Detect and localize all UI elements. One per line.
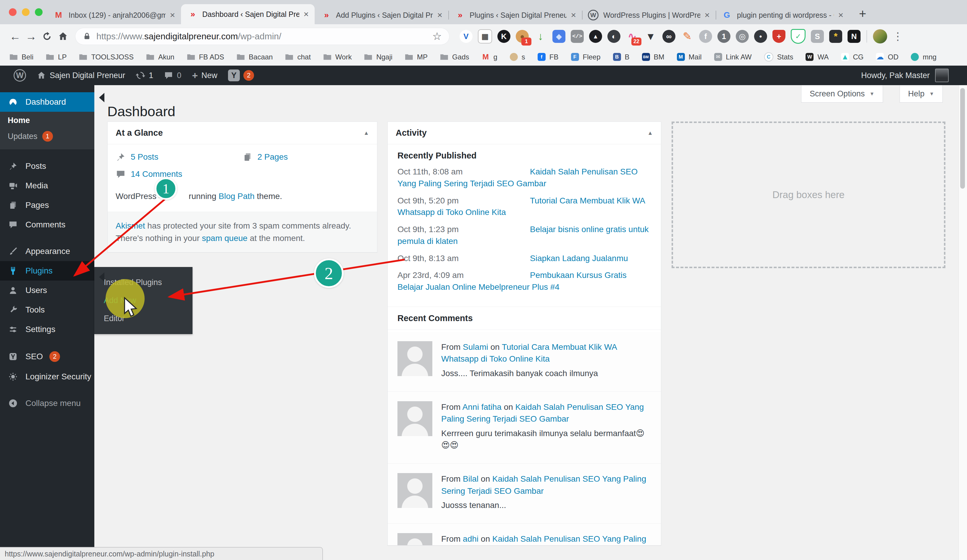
bookmark-gmail[interactable]: Mg [482,53,497,61]
post-title-link[interactable]: Siapkan Ladang Jualanmu [530,254,628,263]
close-tab-icon[interactable]: × [170,10,175,20]
bookmark-folder-toolsjoss[interactable]: TOOLSJOSS [79,53,134,61]
sidebar-item-posts[interactable]: Posts [0,156,94,176]
collapse-widget-icon[interactable]: ▲ [363,130,369,136]
incognito-extension-icon[interactable]: ∞ [662,30,675,43]
yoast-seo-menu[interactable]: Y 2 [223,66,259,85]
sidebar-item-updates[interactable]: Updates 1 [0,128,94,145]
help-button[interactable]: Help ▼ [899,86,943,102]
pages-count-link[interactable]: 2 Pages [257,152,288,162]
close-tab-icon[interactable]: × [705,10,710,20]
sidebar-item-loginizer-security[interactable]: Loginizer Security [0,367,94,387]
code-extension-icon[interactable]: </> [571,30,584,43]
theme-link[interactable]: Blog Path [219,192,254,201]
sidebar-item-seo[interactable]: SEO 2 [0,346,94,367]
forward-button[interactable]: → [23,28,39,44]
funnel-extension-icon[interactable]: ▼ [644,30,657,43]
new-tab-button[interactable]: + [854,5,871,23]
tab-wordpress-plugins[interactable]: W WordPress Plugins | WordPres × [582,6,716,24]
comments-count-link[interactable]: 14 Comments [131,170,182,179]
bookmark-s[interactable]: s [510,53,525,61]
updates-menu[interactable]: 1 [130,66,158,85]
bookmark-folder-lp[interactable]: LP [46,53,66,61]
sidebar-item-settings[interactable]: Settings [0,320,94,339]
sidebar-item-tools[interactable]: Tools [0,300,94,320]
chat-extension-icon[interactable]: ● [754,30,767,43]
bookmark-folder-akun[interactable]: Akun [146,53,175,61]
scrollbar-thumb[interactable] [960,88,965,189]
bookmark-cg[interactable]: ▲CG [841,53,863,61]
browser-profile-avatar[interactable] [873,29,887,43]
maximize-window-button[interactable] [35,8,43,16]
admin-bar-account[interactable]: Howdy, Pak Master [861,69,959,82]
comment-author-link[interactable]: Bilal [463,474,479,483]
sidebar-item-users[interactable]: Users [0,281,94,300]
comment-author-link[interactable]: adhi [463,534,479,544]
bookmark-stats[interactable]: CStats [764,52,794,61]
close-tab-icon[interactable]: × [304,9,309,19]
address-bar[interactable]: https://www.sajendigitalpreneur.com/wp-a… [75,28,449,45]
price-tag-extension-icon[interactable]: ◆ [553,30,565,43]
cookie-extension-icon[interactable]: ●1 [516,30,529,43]
browser-menu-icon[interactable]: ⋮ [893,30,903,43]
sidebar-item-home[interactable]: Home [0,113,94,128]
new-content-menu[interactable]: + New [186,66,223,85]
bookmark-folder-gads[interactable]: Gads [440,53,469,61]
bookmark-folder-ngaji[interactable]: Ngaji [364,53,393,61]
sidebar-item-pages[interactable]: Pages [0,196,94,215]
disc-extension-icon[interactable]: ◐ [607,30,620,43]
tab-plugins[interactable]: » Plugins ‹ Sajen Digital Preneur × [448,6,582,24]
bookmark-fb[interactable]: fFB [538,53,559,61]
bookmark-mng[interactable]: mng [911,53,937,61]
k-extension-icon[interactable]: K [497,30,510,43]
bookmark-link-aw[interactable]: ✉Link AW [714,53,752,61]
vertical-scrollbar[interactable] [959,85,967,560]
drag-boxes-target-area[interactable]: Drag boxes here [672,122,946,268]
bookmark-folder-chat[interactable]: chat [285,53,310,61]
wp-logo-menu[interactable]: W [8,66,31,85]
bookmark-star-icon[interactable]: ☆ [432,30,442,43]
notion-extension-icon[interactable]: N [848,30,861,43]
collapse-widget-icon[interactable]: ▲ [647,130,653,136]
close-window-button[interactable] [9,8,17,16]
tab-google-search[interactable]: G plugin penting di wordpress - G × [716,6,849,24]
bookmark-od[interactable]: ☁OD [876,53,898,61]
tab-add-plugins[interactable]: » Add Plugins ‹ Sajen Digital Pre × [315,6,448,24]
screen-options-button[interactable]: Screen Options ▼ [801,86,883,102]
blue-gem-extension-icon[interactable]: V [460,30,472,43]
red-shield-extension-icon[interactable]: + [772,30,785,43]
sidebar-item-comments[interactable]: Comments [0,215,94,234]
bookmark-folder-work[interactable]: Work [323,53,352,61]
bookmark-folder-bacaan[interactable]: Bacaan [237,53,273,61]
sidebar-item-dashboard[interactable]: Dashboard [0,92,94,112]
akismet-link[interactable]: Akismet [116,221,145,230]
green-shield-extension-icon[interactable]: ✓ [791,29,805,44]
sidebar-item-media[interactable]: Media [0,176,94,196]
spam-queue-link[interactable]: spam queue [202,234,248,243]
close-tab-icon[interactable]: × [437,10,442,20]
sidebar-item-plugins[interactable]: Plugins [0,261,94,281]
bookmark-wa[interactable]: WWA [805,53,828,61]
s-extension-icon[interactable]: S [811,30,824,43]
bookmark-b[interactable]: BB [613,53,630,61]
close-tab-icon[interactable]: × [571,10,576,20]
close-tab-icon[interactable]: × [838,10,843,20]
bookmark-bm[interactable]: BMBM [642,53,665,61]
bee-extension-icon[interactable]: * [829,30,842,43]
flask-extension-icon[interactable]: ▲ [589,30,602,43]
flyout-item-editor[interactable]: Editor [94,310,193,328]
lasso-extension-icon[interactable]: ∿22 [626,30,639,43]
reload-button[interactable] [39,28,55,44]
comment-author-link[interactable]: Sulami [463,343,488,352]
download-arrow-extension-icon[interactable]: ↓ [534,30,547,43]
back-button[interactable]: ← [7,28,23,44]
site-name-menu[interactable]: Sajen Digital Preneur [31,66,130,85]
bookmark-fleep[interactable]: FFleep [571,53,601,61]
bookmark-mail[interactable]: MMail [677,53,702,61]
tab-gmail-inbox[interactable]: M Inbox (129) - anjrah2006@gma × [47,6,181,24]
posts-count-link[interactable]: 5 Posts [131,152,158,162]
bookmark-folder-fb-ads[interactable]: FB ADS [187,53,224,61]
minimize-window-button[interactable] [22,8,30,16]
sidebar-item-appearance[interactable]: Appearance [0,242,94,261]
one-password-extension-icon[interactable]: 1 [718,30,730,43]
